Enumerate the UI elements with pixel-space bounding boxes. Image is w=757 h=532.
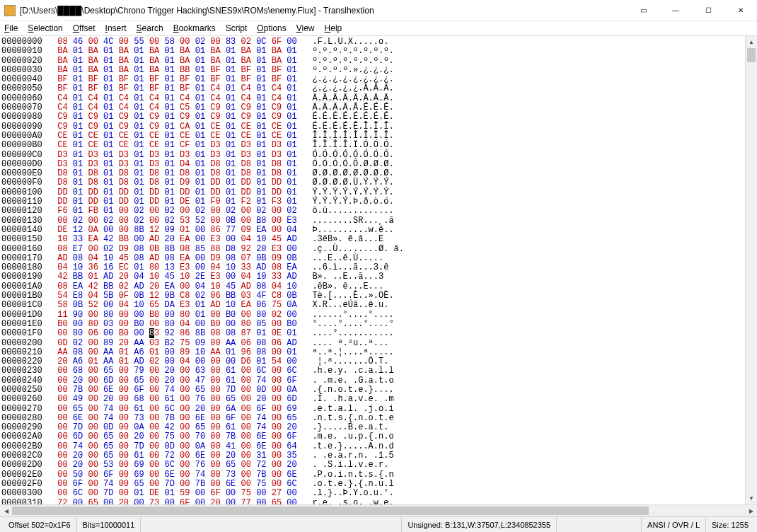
menu-bookmarks[interactable]: Bookmarks <box>173 23 216 33</box>
close-button[interactable]: ✕ <box>724 0 757 21</box>
vscroll-track[interactable] <box>746 48 757 492</box>
status-size: Size: 1255 <box>706 517 754 532</box>
status-bar: Offset 502=0x1F6 Bits=10000011 Unsigned:… <box>0 516 757 532</box>
menu-insert[interactable]: Insert <box>105 23 127 33</box>
menu-help[interactable]: Help <box>325 23 342 33</box>
menu-file[interactable]: File <box>4 23 18 33</box>
menu-view[interactable]: View <box>296 23 315 33</box>
menu-offset[interactable]: Offset <box>73 23 96 33</box>
scroll-up-icon[interactable]: ▲ <box>746 36 757 48</box>
content-area: 00000000 08 46 00 4C 00 55 00 58 00 02 0… <box>0 35 757 504</box>
scroll-left-icon[interactable]: ◀ <box>0 505 12 516</box>
horizontal-scrollbar[interactable]: ◀ ▶ <box>0 504 757 516</box>
vscroll-thumb[interactable] <box>747 48 756 62</box>
scroll-right-icon[interactable]: ▶ <box>745 505 757 516</box>
extra-button[interactable]: ▭ <box>627 0 659 21</box>
hscroll-track[interactable] <box>12 505 745 516</box>
title-bar: [D:\Users\████\Desktop\Chrono Trigger Ha… <box>0 0 757 21</box>
status-offset: Offset 502=0x1F6 <box>3 517 77 532</box>
maximize-button[interactable]: ☐ <box>692 0 724 21</box>
menu-selection[interactable]: Selection <box>28 23 62 33</box>
scroll-down-icon[interactable]: ▼ <box>746 492 757 504</box>
hex-editor[interactable]: 00000000 08 46 00 4C 00 55 00 58 00 02 0… <box>0 36 745 504</box>
menu-script[interactable]: Script <box>226 23 248 33</box>
status-unsigned: Unsigned: B:131,W:37507,L:2340852355 <box>402 517 557 532</box>
vertical-scrollbar[interactable]: ▲ ▼ <box>745 36 757 504</box>
menu-bar: File Selection Offset Insert Search Book… <box>0 21 757 35</box>
hscroll-thumb[interactable] <box>12 507 649 515</box>
app-icon <box>4 5 16 16</box>
menu-search[interactable]: Search <box>137 23 163 33</box>
status-mode: ANSI / OVR / L <box>642 517 706 532</box>
status-bits: Bits=10000011 <box>77 517 141 532</box>
minimize-button[interactable]: — <box>659 0 692 21</box>
window-title: [D:\Users\████\Desktop\Chrono Trigger Ha… <box>20 6 374 16</box>
menu-options[interactable]: Options <box>257 23 286 33</box>
